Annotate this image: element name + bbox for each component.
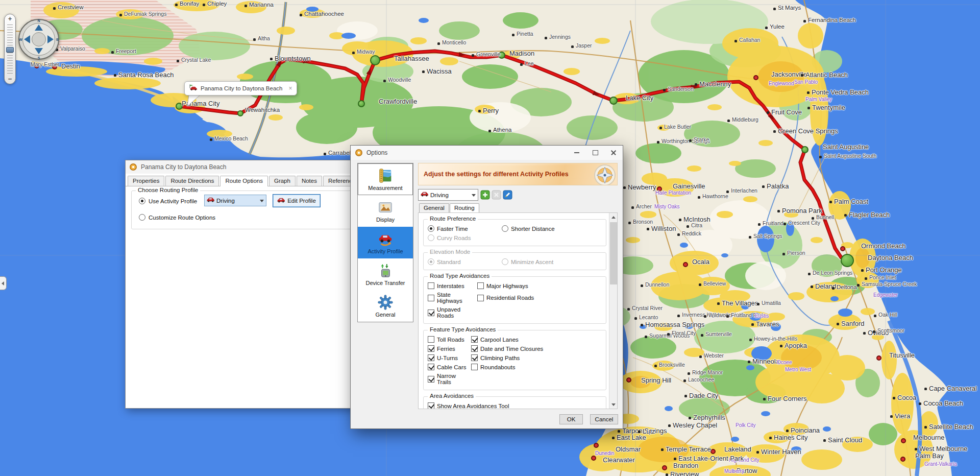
group-feature-type-avoidances: Feature Type AvoidancesToll RoadsCarpool… (423, 330, 606, 390)
profile-combobox[interactable]: Driving (418, 189, 478, 201)
checkbox-climbing-paths[interactable] (471, 354, 478, 361)
options-dialog: Options MeasurementDisplayActivity Profi… (350, 145, 623, 429)
cancel-button[interactable]: Cancel (590, 414, 618, 424)
route-flag-car-icon (188, 84, 198, 92)
device-transfer-icon (378, 263, 393, 279)
minimize-icon[interactable] (568, 146, 586, 160)
car-icon (421, 192, 428, 198)
scroll-down-icon[interactable] (609, 400, 618, 409)
zoom-thumb[interactable] (6, 47, 14, 53)
activity-profile-combobox[interactable]: Driving (204, 195, 266, 206)
sidebar-item-general[interactable]: General (358, 290, 413, 322)
checkbox-ferries[interactable] (428, 345, 434, 352)
customize-route-options-radio[interactable] (139, 214, 145, 221)
tab-graph[interactable]: Graph (269, 176, 296, 186)
checkbox-cable-cars[interactable] (428, 364, 434, 370)
checkbox-roundabouts[interactable] (471, 364, 478, 370)
option-label: Cable Cars (437, 364, 467, 370)
ok-button[interactable]: OK (559, 414, 583, 424)
groupbox-label: Choose Routing Profile (136, 187, 200, 193)
tab-route-directions[interactable]: Route Directions (165, 176, 219, 186)
pan-east-arrow[interactable] (47, 35, 54, 43)
checkbox-unpaved-roads[interactable] (428, 310, 434, 316)
compass-center[interactable] (32, 32, 46, 46)
pan-west-arrow[interactable] (24, 35, 30, 43)
compass-e-label: E (56, 38, 59, 41)
edit-profile-icon[interactable] (503, 190, 512, 200)
radio-shorter-distance[interactable] (502, 225, 508, 232)
activity-profile-value: Driving (216, 198, 235, 204)
route-callout[interactable]: Panama City to Daytona Beach × (184, 81, 297, 96)
option-label: Faster Time (437, 226, 468, 232)
zoom-out-icon[interactable]: − (5, 76, 15, 83)
checkbox-toll-roads[interactable] (428, 336, 434, 343)
pan-south-arrow[interactable] (35, 48, 43, 54)
checkbox-carpool-lanes[interactable] (471, 336, 478, 343)
sidebar-item-device-transfer[interactable]: Device Transfer (358, 258, 413, 290)
map-zoom-slider[interactable]: + − (4, 14, 16, 84)
checkbox-date-and-time-closures[interactable] (471, 345, 478, 352)
banner-text: Adjust the settings for different Activi… (424, 171, 569, 178)
option-label: Standard (437, 259, 461, 265)
zoom-in-icon[interactable]: + (5, 15, 15, 22)
option-label: Narrow Trails (437, 373, 471, 385)
tab-general[interactable]: General (419, 203, 449, 212)
profile-value: Driving (430, 192, 449, 198)
sidebar-item-measurement[interactable]: Measurement (358, 163, 413, 195)
radio-faster-time[interactable] (428, 225, 434, 232)
collapsed-panel-handle[interactable] (0, 276, 7, 290)
options-title: Options (366, 149, 387, 156)
checkbox-residential-roads[interactable] (477, 295, 484, 301)
checkbox-show-area-avoidances-tool[interactable] (428, 402, 434, 409)
route-window-titlebar[interactable]: Panama City to Daytona Beach (126, 160, 387, 174)
options-sidebar: MeasurementDisplayActivity ProfileDevice… (357, 163, 413, 322)
pan-north-arrow[interactable] (35, 25, 43, 31)
sidebar-item-activity-profile[interactable]: Activity Profile (358, 227, 413, 258)
scroll-up-icon[interactable] (609, 213, 618, 221)
callout-label: Panama City to Daytona Beach (201, 85, 282, 91)
activity-profile-icon (378, 231, 393, 248)
checkbox-state-highways[interactable] (428, 295, 434, 301)
options-titlebar[interactable]: Options (351, 146, 623, 160)
scroll-thumb[interactable] (610, 222, 617, 284)
options-main-panel: Adjust the settings for different Activi… (418, 163, 618, 409)
option-label: Major Highways (486, 283, 528, 289)
tab-routing[interactable]: Routing (450, 203, 479, 213)
sidebar-item-label: Display (376, 217, 395, 223)
group-label: Route Preference (428, 216, 478, 222)
group-route-preference: Route PreferenceFaster TimeShorter Dista… (423, 219, 606, 246)
group-label: Elevation Mode (428, 249, 472, 255)
delete-profile-icon (492, 190, 501, 200)
option-label: Climbing Paths (480, 355, 520, 361)
compass-n-label: N (37, 19, 40, 22)
edit-profile-label: Edit Profile (287, 198, 316, 204)
edit-profile-button[interactable]: Edit Profile (273, 194, 321, 207)
display-icon (378, 200, 393, 216)
option-label: State Highways (437, 292, 477, 304)
add-profile-icon[interactable] (480, 190, 490, 200)
general-icon (378, 295, 393, 311)
tab-notes[interactable]: Notes (297, 176, 322, 186)
map-pan-control[interactable]: NESW (18, 19, 59, 60)
tab-properties[interactable]: Properties (128, 176, 164, 186)
routing-profile-groupbox: Choose Routing Profile Use Activity Prof… (131, 191, 380, 229)
sidebar-item-label: General (375, 312, 395, 318)
checkbox-u-turns[interactable] (428, 354, 434, 361)
checkbox-major-highways[interactable] (477, 282, 484, 289)
tab-route-options[interactable]: Route Options (220, 176, 268, 186)
option-label: Date and Time Closures (480, 346, 543, 352)
use-activity-profile-radio[interactable] (139, 198, 145, 204)
close-icon[interactable]: × (288, 85, 292, 92)
sidebar-item-display[interactable]: Display (358, 195, 413, 227)
maximize-icon[interactable] (586, 146, 604, 160)
chevron-down-icon[interactable] (260, 200, 264, 204)
scrollbar[interactable] (609, 213, 617, 409)
checkbox-narrow-trails[interactable] (428, 376, 434, 383)
close-icon[interactable] (604, 146, 623, 160)
chevron-down-icon[interactable] (472, 194, 476, 199)
route-window-tabs: PropertiesRoute DirectionsRoute OptionsG… (126, 174, 387, 186)
group-label: Area Avoidances (428, 393, 476, 399)
option-label: Show Area Avoidances Tool (437, 403, 509, 409)
checkbox-interstates[interactable] (428, 282, 434, 289)
sidebar-item-label: Device Transfer (365, 280, 405, 286)
